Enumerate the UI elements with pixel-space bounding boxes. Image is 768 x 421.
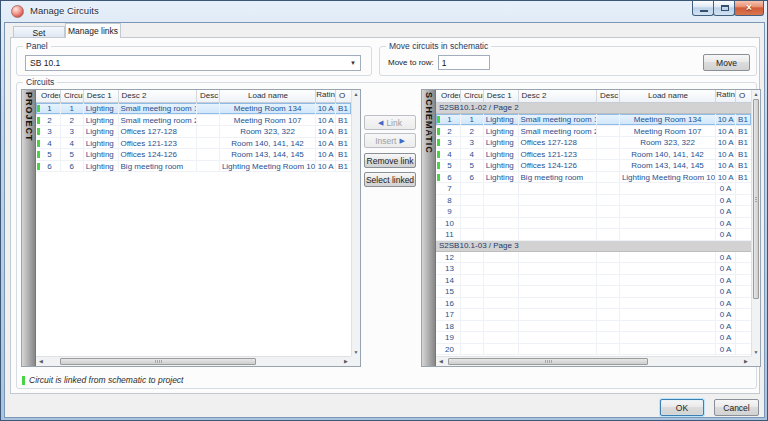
- column-header-circuit[interactable]: Circuit: [461, 90, 484, 103]
- table-row[interactable]: 80 A: [436, 195, 751, 207]
- table-row[interactable]: 70 A: [436, 183, 751, 195]
- scrollbar-thumb[interactable]: [448, 358, 648, 365]
- column-header-order[interactable]: Order: [36, 90, 61, 103]
- table-row[interactable]: 180 A: [436, 321, 751, 333]
- table-row[interactable]: 11LightingSmall meeting room 1Meeting Ro…: [436, 114, 751, 126]
- panel-combobox[interactable]: SB 10.1 ▼: [25, 55, 361, 71]
- linked-marker-icon: [437, 151, 440, 158]
- cell-desc2: Offices 124-126: [119, 149, 197, 160]
- table-row[interactable]: 55LightingOffices 124-126Room 143, 144, …: [436, 160, 751, 172]
- table-row[interactable]: 44LightingOffices 121-123Room 140, 141, …: [36, 138, 351, 150]
- column-header-rating[interactable]: Rating: [316, 90, 336, 103]
- move-button[interactable]: Move: [703, 54, 750, 71]
- table-row[interactable]: 100 A: [436, 218, 751, 230]
- table-row[interactable]: 150 A: [436, 286, 751, 298]
- column-header-desc3[interactable]: Desc 3: [197, 90, 220, 103]
- table-row[interactable]: 200 A: [436, 344, 751, 356]
- cell-desc3: [597, 218, 620, 229]
- column-header-load[interactable]: Load name: [220, 90, 316, 103]
- project-horizontal-scrollbar[interactable]: ◀ ▶: [36, 356, 351, 366]
- scroll-up-icon[interactable]: ▲: [752, 90, 760, 98]
- cell-desc2: [519, 321, 597, 332]
- column-header-desc3[interactable]: Desc 3: [597, 90, 620, 103]
- cell-o: [736, 218, 751, 229]
- column-header-rating[interactable]: Rating: [716, 90, 736, 103]
- ok-button[interactable]: OK: [660, 399, 704, 416]
- maximize-button[interactable]: [713, 1, 735, 16]
- scroll-left-icon[interactable]: ◀: [36, 357, 46, 366]
- table-row[interactable]: 55LightingOffices 124-126Room 143, 144, …: [36, 149, 351, 161]
- select-linked-button[interactable]: Select linked: [364, 172, 416, 187]
- cell-desc1: [484, 263, 519, 274]
- cell-rating: 10 A: [716, 137, 736, 148]
- insert-button[interactable]: Insert ▶: [364, 133, 416, 148]
- cell-rating: 10 A: [316, 161, 336, 172]
- table-row[interactable]: 190 A: [436, 332, 751, 344]
- remove-link-button[interactable]: Remove link: [364, 153, 416, 168]
- column-header-desc2[interactable]: Desc 2: [119, 90, 197, 103]
- close-button[interactable]: ×: [734, 1, 764, 16]
- table-row[interactable]: 22LightingSmall meeting room 2Meeting Ro…: [36, 115, 351, 127]
- link-actions: ◀ Link Insert ▶ Remove link Select linke…: [364, 115, 417, 187]
- cell-circuit: [461, 275, 484, 286]
- cell-order: 14: [436, 275, 461, 286]
- table-row[interactable]: 11LightingSmall meeting room 1Meeting Ro…: [36, 103, 351, 115]
- arrow-left-icon: ◀: [378, 119, 383, 126]
- cell-circuit: [461, 332, 484, 343]
- cancel-button[interactable]: Cancel: [714, 399, 759, 416]
- column-header-desc1[interactable]: Desc 1: [84, 90, 119, 103]
- scrollbar-thumb[interactable]: [753, 99, 759, 299]
- project-side-label: PROJECT: [24, 90, 34, 142]
- cell-load: [620, 218, 716, 229]
- scroll-left-icon[interactable]: ◀: [436, 357, 446, 366]
- column-header-load[interactable]: Load name: [620, 90, 716, 103]
- circuits-group: Circuits PROJECT OrderCircuitDesc 1Desc …: [16, 82, 757, 389]
- column-header-order[interactable]: Order: [436, 90, 461, 103]
- move-to-row-input[interactable]: [438, 55, 490, 70]
- column-header-o[interactable]: O: [336, 90, 351, 103]
- table-row[interactable]: 120 A: [436, 252, 751, 264]
- scroll-up-icon[interactable]: ▲: [352, 90, 360, 98]
- column-header-desc1[interactable]: Desc 1: [484, 90, 519, 103]
- table-row[interactable]: 140 A: [436, 275, 751, 287]
- linked-marker-icon: [37, 105, 40, 112]
- table-row[interactable]: 44LightingOffices 121-123Room 140, 141, …: [436, 149, 751, 161]
- scroll-down-icon[interactable]: ▼: [352, 348, 360, 356]
- scroll-right-icon[interactable]: ▶: [741, 357, 751, 366]
- tab-manage-links[interactable]: Manage links: [65, 23, 121, 38]
- project-vertical-scrollbar[interactable]: ▲ ▼: [351, 90, 360, 356]
- table-row[interactable]: 33LightingOffices 127-128Room 323, 32210…: [36, 126, 351, 138]
- cell-o: B1: [736, 114, 751, 125]
- order-value: 10: [445, 219, 454, 228]
- table-row[interactable]: 90 A: [436, 206, 751, 218]
- cell-rating: 10 A: [716, 160, 736, 171]
- schematic-vertical-scrollbar[interactable]: ▲ ▼: [751, 90, 760, 356]
- table-row[interactable]: 66LightingBig meeting roomLighting Meeti…: [36, 161, 351, 173]
- cell-order: 7: [436, 183, 461, 194]
- cell-circuit: [461, 195, 484, 206]
- link-button[interactable]: ◀ Link: [364, 115, 416, 130]
- scroll-down-icon[interactable]: ▼: [752, 348, 760, 356]
- scrollbar-thumb[interactable]: [60, 358, 256, 365]
- cell-order: 16: [436, 298, 461, 309]
- table-row[interactable]: 110 A: [436, 229, 751, 241]
- column-header-o[interactable]: O: [736, 90, 751, 103]
- minimize-button[interactable]: [692, 1, 714, 16]
- table-row[interactable]: 33LightingOffices 127-128Room 323, 32210…: [436, 137, 751, 149]
- schematic-horizontal-scrollbar[interactable]: ◀ ▶: [436, 356, 751, 366]
- row-marker: [437, 277, 440, 284]
- title-bar[interactable]: Manage Circuits ×: [1, 1, 767, 22]
- column-header-circuit[interactable]: Circuit: [61, 90, 84, 103]
- table-row[interactable]: 66LightingBig meeting roomLighting Meeti…: [436, 172, 751, 184]
- order-value: 2: [47, 116, 51, 125]
- table-row[interactable]: 22LightingSmall meeting room 2Meeting Ro…: [436, 126, 751, 138]
- column-header-desc2[interactable]: Desc 2: [519, 90, 597, 103]
- cell-circuit: 1: [461, 114, 484, 125]
- scroll-right-icon[interactable]: ▶: [341, 357, 351, 366]
- table-row[interactable]: 170 A: [436, 309, 751, 321]
- table-row[interactable]: 130 A: [436, 263, 751, 275]
- dialog-client-area: Set properties Manage links Panel SB 10.…: [4, 22, 765, 418]
- schematic-table: SCHEMATIC OrderCircuitDesc 1Desc 2Desc 3…: [421, 89, 761, 367]
- cell-desc1: [484, 252, 519, 263]
- table-row[interactable]: 160 A: [436, 298, 751, 310]
